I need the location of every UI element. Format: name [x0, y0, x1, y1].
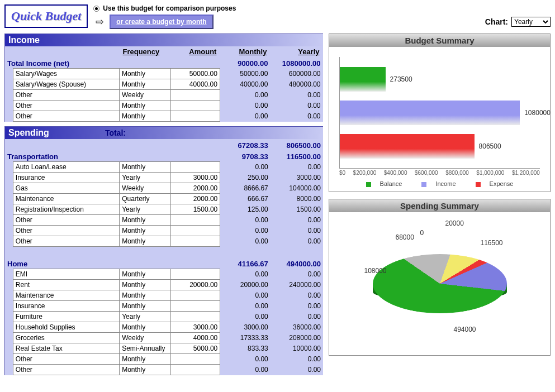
- item-name[interactable]: Insurance: [13, 173, 119, 183]
- item-amount[interactable]: [171, 111, 220, 122]
- income-total-yearly: 1080000.00: [270, 57, 322, 69]
- item-frequency[interactable]: Weekly: [120, 332, 171, 343]
- item-amount[interactable]: 2000.00: [171, 183, 220, 194]
- item-name[interactable]: Other: [13, 364, 119, 375]
- axis-tick: $200,000: [353, 170, 377, 176]
- item-name[interactable]: Other: [13, 90, 119, 101]
- item-frequency[interactable]: Monthly: [120, 162, 171, 173]
- item-frequency[interactable]: Monthly: [120, 322, 171, 332]
- item-frequency[interactable]: Monthly: [120, 279, 171, 290]
- item-frequency[interactable]: Yearly: [120, 311, 171, 322]
- item-name[interactable]: Auto Loan/Lease: [13, 162, 119, 173]
- item-yearly: 240000.00: [271, 279, 323, 290]
- item-frequency[interactable]: Monthly: [120, 236, 171, 247]
- item-name[interactable]: Salary/Wages: [13, 69, 119, 79]
- item-name[interactable]: Insurance: [13, 300, 119, 311]
- item-frequency[interactable]: Monthly: [119, 111, 170, 122]
- item-amount[interactable]: [171, 236, 220, 247]
- income-total-label: Total Income (net): [5, 57, 119, 69]
- item-frequency[interactable]: Monthly: [120, 290, 171, 300]
- item-frequency[interactable]: Monthly: [120, 215, 171, 226]
- item-name[interactable]: Furniture: [13, 311, 119, 322]
- item-frequency[interactable]: Monthly: [119, 101, 170, 111]
- table-row: OtherMonthly0.000.00: [5, 226, 323, 236]
- item-yearly: 0.00: [271, 300, 323, 311]
- item-name[interactable]: Maintenance: [13, 290, 119, 300]
- item-frequency[interactable]: Yearly: [120, 204, 171, 215]
- pie-label: 0: [420, 229, 424, 237]
- item-name[interactable]: Rent: [13, 279, 119, 290]
- comparison-radio[interactable]: [93, 6, 99, 12]
- item-frequency[interactable]: Monthly: [120, 364, 171, 375]
- legend-income: Income: [435, 180, 456, 187]
- item-name[interactable]: Salary/Wages (Spouse): [13, 79, 119, 90]
- item-name[interactable]: Maintenance: [13, 194, 119, 204]
- category-name: Home: [5, 257, 120, 269]
- col-amount: Amount: [171, 46, 220, 57]
- item-frequency[interactable]: Monthly: [119, 79, 170, 90]
- item-amount[interactable]: 20000.00: [171, 279, 220, 290]
- category-yearly: 116500.00: [271, 150, 323, 162]
- table-row: OtherWeekly0.000.00: [5, 90, 323, 101]
- item-name[interactable]: EMI: [13, 269, 119, 279]
- spending-summary-title: Spending Summary: [329, 199, 550, 212]
- item-name[interactable]: Other: [13, 215, 119, 226]
- item-yearly: 3000.00: [271, 173, 323, 183]
- create-budget-button[interactable]: or create a budget by month: [110, 15, 213, 29]
- item-frequency[interactable]: Quarterly: [120, 194, 171, 204]
- item-name[interactable]: Other: [13, 353, 119, 364]
- table-row: FurnitureYearly0.000.00: [5, 311, 323, 322]
- item-frequency[interactable]: Monthly: [119, 69, 170, 79]
- item-amount[interactable]: 3000.00: [171, 173, 220, 183]
- item-frequency[interactable]: Weekly: [120, 183, 171, 194]
- pie-label: 116500: [481, 239, 503, 247]
- item-amount[interactable]: [171, 364, 220, 375]
- item-amount[interactable]: 1500.00: [171, 204, 220, 215]
- item-amount[interactable]: [171, 300, 220, 311]
- item-frequency[interactable]: Monthly: [120, 226, 171, 236]
- item-amount[interactable]: [171, 90, 220, 101]
- item-amount[interactable]: [171, 269, 220, 279]
- item-yearly: 0.00: [271, 162, 323, 173]
- item-frequency[interactable]: Monthly: [120, 353, 171, 364]
- item-name[interactable]: Gas: [13, 183, 119, 194]
- item-amount[interactable]: [171, 101, 220, 111]
- item-monthly: 0.00: [220, 215, 271, 226]
- item-amount[interactable]: [171, 353, 220, 364]
- category-row: Transportation9708.33116500.00: [5, 150, 323, 162]
- axis-tick: $600,000: [415, 170, 438, 176]
- item-monthly: 0.00: [220, 101, 270, 111]
- item-amount[interactable]: 4000.00: [171, 332, 220, 343]
- item-amount[interactable]: [171, 162, 220, 173]
- col-monthly: Monthly: [220, 46, 270, 57]
- item-amount[interactable]: 3000.00: [171, 322, 220, 332]
- item-monthly: 0.00: [220, 162, 271, 173]
- logo: Quick Budget: [4, 4, 88, 28]
- item-amount[interactable]: [171, 311, 220, 322]
- table-row: MaintenanceQuarterly2000.00666.678000.00: [5, 194, 323, 204]
- item-frequency[interactable]: Monthly: [120, 269, 171, 279]
- item-amount[interactable]: [171, 290, 220, 300]
- item-frequency[interactable]: Weekly: [119, 90, 170, 101]
- item-amount[interactable]: 40000.00: [171, 79, 220, 90]
- col-yearly: Yearly: [270, 46, 322, 57]
- item-amount[interactable]: 50000.00: [171, 69, 220, 79]
- item-monthly: 666.67: [220, 194, 271, 204]
- item-amount[interactable]: 2000.00: [171, 194, 220, 204]
- item-name[interactable]: Other: [13, 101, 119, 111]
- item-frequency[interactable]: Semi-Annually: [120, 343, 171, 353]
- item-name[interactable]: Household Supplies: [13, 322, 119, 332]
- item-name[interactable]: Other: [13, 111, 119, 122]
- item-name[interactable]: Other: [13, 236, 119, 247]
- item-frequency[interactable]: Yearly: [120, 173, 171, 183]
- item-name[interactable]: Real Estate Tax: [13, 343, 119, 353]
- table-row: OtherMonthly0.000.00: [5, 353, 323, 364]
- item-name[interactable]: Other: [13, 226, 119, 236]
- chart-select[interactable]: Yearly: [511, 17, 551, 27]
- item-frequency[interactable]: Monthly: [120, 300, 171, 311]
- item-name[interactable]: Registration/Inspection: [13, 204, 119, 215]
- item-name[interactable]: Groceries: [13, 332, 119, 343]
- item-amount[interactable]: 5000.00: [171, 343, 220, 353]
- item-amount[interactable]: [171, 215, 220, 226]
- item-amount[interactable]: [171, 226, 220, 236]
